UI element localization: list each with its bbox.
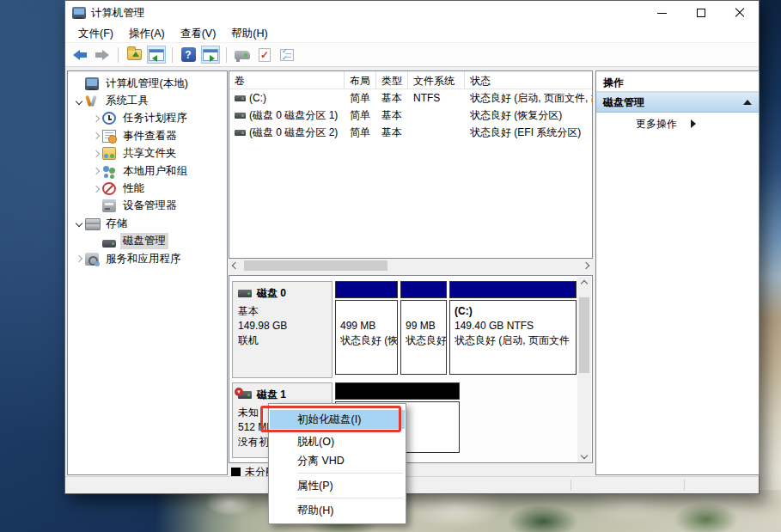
volume-icon [235, 130, 246, 136]
column-header-status[interactable]: 状态 [465, 71, 592, 89]
chevron-right-icon[interactable] [93, 185, 100, 192]
console-tool-button[interactable] [233, 46, 252, 64]
action-pane-icon [203, 49, 218, 61]
collapse-arrow-icon[interactable] [743, 100, 752, 105]
menu-item-properties[interactable]: 属性(P) [270, 476, 405, 495]
disk0-label[interactable]: 磁盘 0 基本 149.98 GB 联机 [232, 281, 333, 378]
more-actions-item[interactable]: 更多操作 [596, 113, 759, 135]
chevron-right-icon[interactable] [93, 168, 100, 174]
actions-pane: 操作 磁盘管理 更多操作 [595, 70, 760, 475]
properties-check-button[interactable] [255, 46, 274, 64]
show-console-tree-button[interactable] [147, 46, 166, 64]
tree-item-device-manager[interactable]: 设备管理器 [68, 198, 227, 215]
volume-icon [235, 113, 246, 119]
column-header-volume[interactable]: 卷 [229, 71, 345, 89]
computer-management-window: 计算机管理 文件(F) 操作(A) 查看(V) 帮助(H) ? 计算机管理(本地… [64, 0, 760, 494]
checklist-button[interactable] [278, 46, 296, 64]
menu-item-offline[interactable]: 脱机(O) [270, 432, 405, 451]
menu-help[interactable]: 帮助(H) [223, 25, 275, 43]
scroll-up-icon [581, 280, 588, 287]
vertical-scroll-thumb[interactable] [579, 297, 589, 373]
volume-icon [235, 95, 246, 101]
volume-row-disk0-part2[interactable]: (磁盘 0 磁盘分区 2) 简单 基本 状态良好 (EFI 系统分区) [229, 124, 592, 141]
red-highlight-annotation [260, 406, 401, 432]
close-button[interactable] [720, 1, 759, 25]
back-button[interactable] [70, 46, 89, 64]
forward-button[interactable] [93, 46, 112, 64]
chevron-right-icon[interactable] [93, 150, 100, 157]
console-tree: 计算机管理(本地) 系统工具 任务计划程序 事件查看器 共享文件夹 本地用户和组 [67, 70, 228, 475]
event-viewer-icon [102, 130, 116, 143]
disk0-partition-2[interactable]: 99 MB 状态良好 [400, 281, 447, 375]
tree-item-shared-folders[interactable]: 共享文件夹 [68, 145, 227, 162]
maximize-button[interactable] [681, 1, 720, 25]
partition-band [400, 281, 447, 298]
menu-item-detach-vhd[interactable]: 分离 VHD [270, 451, 405, 470]
scroll-down-button[interactable] [577, 449, 591, 462]
scroll-down-icon [581, 452, 588, 459]
tree-item-task-scheduler[interactable]: 任务计划程序 [68, 110, 227, 127]
menu-view[interactable]: 查看(V) [173, 25, 224, 43]
horizontal-scroll-thumb[interactable] [244, 260, 387, 271]
menu-item-help[interactable]: 帮助(H) [270, 501, 405, 520]
scroll-left-icon [232, 262, 239, 269]
horizontal-scrollbar[interactable] [229, 259, 593, 272]
chevron-right-icon[interactable] [93, 115, 100, 122]
chevron-right-icon[interactable] [93, 132, 100, 139]
menu-separator [297, 498, 403, 498]
maximize-icon [697, 9, 705, 17]
scroll-up-button[interactable] [577, 277, 591, 290]
chevron-down-icon[interactable] [76, 97, 82, 104]
statusbar-divider [570, 480, 571, 491]
tree-item-services-applications[interactable]: 服务和应用程序 [68, 250, 227, 267]
tree-item-performance[interactable]: 性能 [68, 180, 227, 197]
disk0-type: 基本 [238, 304, 326, 319]
tree-item-disk-management[interactable]: 磁盘管理 [68, 233, 227, 250]
menu-separator [297, 473, 403, 474]
scroll-left-button[interactable] [229, 259, 242, 272]
system-tools-icon [85, 95, 99, 107]
title-bar[interactable]: 计算机管理 [65, 1, 759, 25]
minimize-icon [657, 13, 667, 14]
disk0-status: 联机 [238, 333, 326, 348]
toolbar-separator [226, 47, 227, 63]
chevron-right-icon[interactable] [76, 255, 82, 262]
statusbar-divider [684, 480, 685, 491]
menu-action[interactable]: 操作(A) [121, 25, 173, 43]
actions-pane-title: 操作 [596, 71, 759, 92]
forward-arrow-icon [95, 50, 109, 60]
tree-item-event-viewer[interactable]: 事件查看器 [68, 127, 227, 144]
computer-icon [85, 77, 99, 90]
services-applications-icon [85, 253, 99, 266]
vertical-scrollbar[interactable] [577, 277, 591, 462]
desktop-wallpaper-bottom [155, 490, 781, 532]
menu-file[interactable]: 文件(F) [70, 25, 121, 43]
shared-folders-icon [102, 147, 116, 160]
menu-bar: 文件(F) 操作(A) 查看(V) 帮助(H) [65, 25, 759, 43]
scroll-right-button[interactable] [579, 259, 593, 272]
disk0-partition-1[interactable]: 499 MB 状态良好 (恢 [335, 281, 398, 375]
disk0-partition-c[interactable]: (C:) 149.40 GB NTFS 状态良好 (启动, 页面文件 [449, 281, 577, 375]
minimize-button[interactable] [643, 1, 681, 25]
local-users-groups-icon [102, 165, 116, 178]
submenu-arrow-icon [691, 119, 751, 128]
tree-item-computer-management[interactable]: 计算机管理(本地) [68, 75, 227, 92]
volume-row-c[interactable]: (C:) 简单 基本 NTFS 状态良好 (启动, 页面文件, 故 [229, 89, 592, 107]
column-header-layout[interactable]: 布局 [345, 71, 376, 89]
up-folder-button[interactable] [125, 46, 143, 64]
chevron-down-icon[interactable] [76, 220, 82, 227]
toolbar-separator [118, 47, 119, 63]
console-tool-icon [235, 51, 250, 59]
tree-item-system-tools[interactable]: 系统工具 [68, 92, 227, 109]
show-action-pane-button[interactable] [201, 46, 220, 64]
tree-item-local-users-groups[interactable]: 本地用户和组 [68, 162, 227, 180]
close-icon [735, 8, 745, 18]
actions-section-disk-management[interactable]: 磁盘管理 [596, 92, 759, 113]
column-header-type[interactable]: 类型 [376, 71, 408, 89]
status-bar [65, 476, 759, 493]
column-header-filesystem[interactable]: 文件系统 [408, 71, 465, 89]
checklist-icon [280, 49, 294, 61]
volume-row-disk0-part1[interactable]: (磁盘 0 磁盘分区 1) 简单 基本 状态良好 (恢复分区) [229, 107, 592, 124]
help-button[interactable]: ? [179, 46, 198, 64]
tree-item-storage[interactable]: 存储 [68, 215, 227, 232]
